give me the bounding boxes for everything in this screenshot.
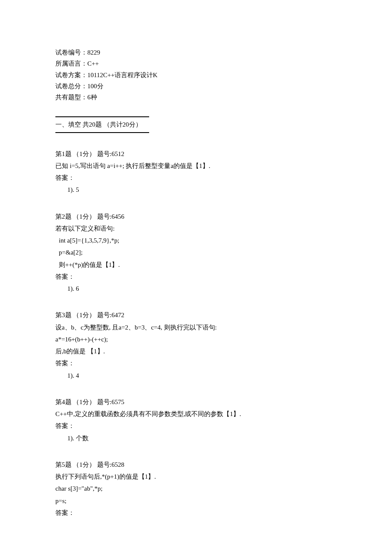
section-title: 一、填空 共20题 （共计20分） <box>55 119 337 130</box>
divider-top <box>55 116 149 117</box>
question-body: 执行下列语句后,*(p+1)的值是【1】. <box>55 471 337 482</box>
answer-label: 答案： <box>55 507 337 518</box>
exam-id-line: 试卷编号：8229 <box>55 47 337 58</box>
type-count-label: 共有题型： <box>55 94 87 101</box>
answer-value: 1). 5 <box>55 184 337 195</box>
question-header: 第5题 （1分） 题号:6528 <box>55 459 337 470</box>
answer-value: 1). 6 <box>55 283 337 294</box>
language-value: C++ <box>87 60 99 67</box>
answer-label: 答案： <box>55 172 337 183</box>
scheme-label: 试卷方案： <box>55 72 87 78</box>
exam-id-value: 8229 <box>87 49 100 56</box>
question-header: 第2题 （1分） 题号:6456 <box>55 211 337 222</box>
question-2: 第2题 （1分） 题号:6456 若有以下定义和语句: int a[5]={1,… <box>55 211 337 295</box>
exam-id-label: 试卷编号： <box>55 49 87 56</box>
question-body: p=&a[2]; <box>55 247 337 258</box>
type-count-value: 6种 <box>87 94 97 101</box>
answer-label: 答案： <box>55 420 337 431</box>
scheme-line: 试卷方案：10112C++语言程序设计K <box>55 69 337 81</box>
question-body: 后,b的值是 【1】. <box>55 346 337 357</box>
total-score-line: 试卷总分：100分 <box>55 81 337 92</box>
language-line: 所属语言：C++ <box>55 58 337 69</box>
question-header: 第4题 （1分） 题号:6575 <box>55 396 337 408</box>
exam-header: 试卷编号：8229 所属语言：C++ 试卷方案：10112C++语言程序设计K … <box>55 47 337 103</box>
question-header: 第1题 （1分） 题号:6512 <box>55 148 337 159</box>
question-body: C++中,定义的重载函数必须具有不同参数类型,或不同的参数【1】. <box>55 408 337 419</box>
question-body: 设a、b、c为整型数, 且a=2、b=3、c=4, 则执行完以下语句: <box>55 322 337 333</box>
answer-label: 答案： <box>55 358 337 369</box>
scheme-value: 10112C++语言程序设计K <box>87 72 158 78</box>
question-header: 第3题 （1分） 题号:6472 <box>55 309 337 321</box>
total-score-label: 试卷总分： <box>55 83 87 90</box>
language-label: 所属语言： <box>55 60 87 67</box>
divider-bottom <box>55 132 149 133</box>
answer-value: 1). 个数 <box>55 433 337 444</box>
question-body: int a[5]={1,3,5,7,9},*p; <box>55 235 337 246</box>
answer-label: 答案： <box>55 271 337 282</box>
question-4: 第4题 （1分） 题号:6575 C++中,定义的重载函数必须具有不同参数类型,… <box>55 396 337 444</box>
question-5: 第5题 （1分） 题号:6528 执行下列语句后,*(p+1)的值是【1】. c… <box>55 459 337 518</box>
document-page: 试卷编号：8229 所属语言：C++ 试卷方案：10112C++语言程序设计K … <box>0 0 392 545</box>
question-body: 则++(*p)的值是【1】. <box>55 259 337 270</box>
total-score-value: 100分 <box>87 83 104 90</box>
question-body: p=s; <box>55 495 337 506</box>
question-3: 第3题 （1分） 题号:6472 设a、b、c为整型数, 且a=2、b=3、c=… <box>55 309 337 381</box>
answer-value: 1). 4 <box>55 370 337 381</box>
question-body: char s[3]="ab",*p; <box>55 483 337 494</box>
question-1: 第1题 （1分） 题号:6512 已知 i=5,写出语句 a=i++; 执行后整… <box>55 148 337 196</box>
question-body: 已知 i=5,写出语句 a=i++; 执行后整型变量a的值是【1】. <box>55 160 337 171</box>
question-body: 若有以下定义和语句: <box>55 223 337 234</box>
type-count-line: 共有题型：6种 <box>55 92 337 103</box>
question-body: a*=16+(b++)-(++c); <box>55 334 337 345</box>
section-header: 一、填空 共20题 （共计20分） <box>55 116 337 133</box>
